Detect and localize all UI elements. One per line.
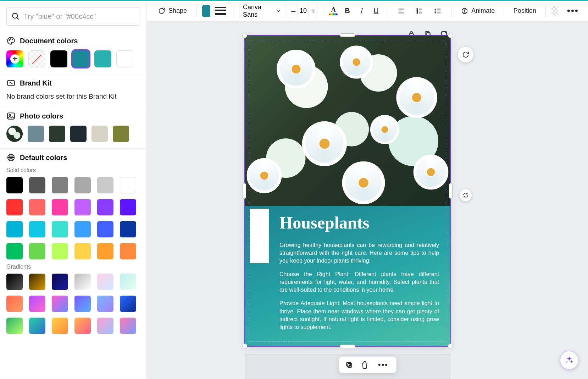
color-swatch[interactable] [74, 177, 91, 193]
color-swatch[interactable] [91, 126, 108, 142]
color-swatch[interactable] [28, 126, 44, 142]
position-button[interactable]: Position [510, 4, 540, 18]
canvas-selection[interactable]: Houseplants Growing healthy houseplants … [245, 35, 450, 346]
magic-button[interactable] [560, 351, 579, 370]
gradient-swatch[interactable] [74, 274, 91, 290]
divider [233, 5, 233, 17]
canvas-workspace[interactable]: Houseplants Growing healthy houseplants … [147, 21, 588, 379]
section-title: Brand Kit [20, 79, 52, 87]
shape-button[interactable]: Shape [154, 4, 190, 18]
duplicate-icon[interactable] [345, 361, 353, 369]
color-swatch[interactable] [74, 199, 91, 215]
gradient-swatch[interactable] [52, 296, 68, 312]
color-swatch[interactable] [29, 199, 45, 215]
animate-button[interactable]: Animate [457, 4, 498, 18]
cycle-page-button[interactable] [459, 189, 472, 202]
gradient-swatch[interactable] [97, 296, 113, 312]
gradient-swatch[interactable] [29, 318, 45, 334]
trash-icon[interactable] [360, 361, 369, 369]
resize-handle-bottom[interactable] [340, 345, 355, 348]
resize-handle-left[interactable] [243, 183, 246, 199]
palette-icon [6, 36, 16, 45]
gradient-swatch[interactable] [6, 296, 23, 312]
gradient-swatch[interactable] [97, 274, 113, 290]
gradient-swatch[interactable] [120, 296, 136, 312]
color-swatch[interactable] [116, 50, 133, 67]
rotate-button[interactable] [458, 47, 473, 62]
color-swatch[interactable] [52, 199, 68, 215]
color-swatch[interactable] [74, 221, 91, 237]
color-swatch[interactable] [120, 199, 136, 215]
color-swatch[interactable] [29, 221, 45, 237]
gradient-swatch[interactable] [120, 274, 136, 290]
text-align-button[interactable] [394, 4, 409, 18]
underline-button[interactable]: U [370, 4, 382, 18]
border-weight-button[interactable] [214, 4, 227, 18]
flower-shape [414, 155, 449, 190]
gradient-swatch[interactable] [29, 274, 45, 290]
color-swatch[interactable] [97, 243, 113, 259]
bold-button[interactable]: B [341, 4, 353, 18]
color-swatch[interactable] [97, 199, 113, 215]
add-color-swatch[interactable]: + [6, 50, 23, 67]
resize-handle-br[interactable] [448, 344, 453, 348]
gradient-swatch[interactable] [29, 296, 45, 312]
color-swatch[interactable] [29, 177, 45, 193]
color-swatch[interactable] [49, 126, 65, 142]
color-swatch[interactable] [72, 50, 89, 67]
font-size-minus[interactable]: – [289, 4, 297, 18]
resize-handle-tl[interactable] [242, 33, 247, 38]
color-swatch[interactable] [113, 126, 129, 142]
color-swatch[interactable] [120, 243, 136, 259]
italic-button[interactable]: I [357, 4, 367, 18]
gradient-swatch[interactable] [97, 318, 113, 334]
font-size-stepper[interactable]: – 10 + [289, 4, 317, 18]
gradient-swatch[interactable] [52, 318, 68, 334]
fill-color-button[interactable] [202, 5, 211, 17]
gradient-swatch[interactable] [74, 296, 91, 312]
font-size-value[interactable]: 10 [298, 4, 309, 18]
gradient-swatch[interactable] [120, 318, 136, 334]
color-swatch[interactable] [70, 126, 87, 142]
color-swatch[interactable] [120, 221, 136, 237]
text-color-button[interactable]: A [329, 6, 338, 15]
resize-handle-right[interactable] [449, 183, 453, 199]
gradient-swatch[interactable] [52, 274, 68, 290]
transparency-button[interactable] [551, 6, 558, 16]
photo-thumbnail-swatch[interactable] [6, 126, 23, 142]
color-swatch[interactable] [52, 177, 68, 193]
canvas-page[interactable]: Houseplants Growing healthy houseplants … [245, 35, 450, 346]
color-swatch[interactable] [52, 221, 68, 237]
list-icon [416, 7, 423, 15]
color-swatch[interactable] [6, 221, 23, 237]
color-swatch[interactable] [94, 50, 111, 67]
resize-handle-bl[interactable] [242, 344, 247, 348]
color-swatch[interactable] [120, 177, 136, 193]
list-button[interactable] [412, 4, 427, 18]
more-button[interactable]: ••• [565, 5, 581, 16]
color-swatch[interactable] [97, 221, 113, 237]
element-more-button[interactable]: ••• [376, 360, 390, 369]
font-family-dropdown[interactable]: Canva Sans [239, 4, 285, 18]
flower-shape [396, 77, 437, 118]
color-swatch[interactable] [97, 177, 113, 193]
color-swatch[interactable] [6, 243, 23, 259]
resize-handle-top[interactable] [340, 33, 355, 37]
font-size-plus[interactable]: + [309, 4, 317, 18]
gradient-swatch[interactable] [74, 318, 91, 334]
transparent-swatch[interactable] [28, 50, 45, 67]
gradient-swatch[interactable] [6, 274, 23, 290]
color-search-box[interactable] [6, 7, 140, 26]
resize-handle-tr[interactable] [448, 33, 453, 38]
gradient-swatch[interactable] [6, 318, 23, 334]
color-swatch[interactable] [74, 243, 91, 259]
color-swatch[interactable] [52, 243, 68, 259]
color-swatch[interactable] [50, 50, 67, 67]
body-paragraph: Growing healthy houseplants can be rewar… [279, 241, 439, 265]
color-swatch[interactable] [6, 177, 23, 193]
search-section [0, 5, 146, 32]
color-search-input[interactable] [24, 12, 135, 21]
color-swatch[interactable] [29, 243, 45, 259]
color-swatch[interactable] [6, 199, 23, 215]
spacing-button[interactable] [431, 4, 445, 18]
